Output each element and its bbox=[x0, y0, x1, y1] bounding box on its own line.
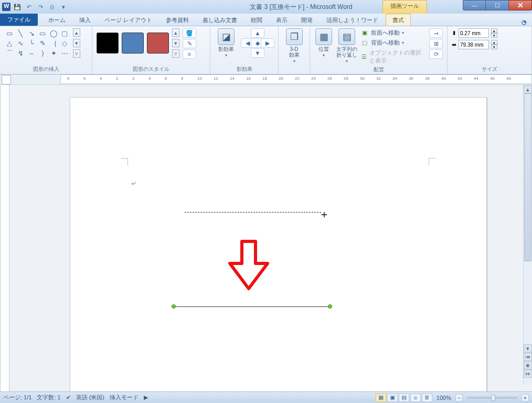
rotate-button[interactable]: ⟳ bbox=[429, 49, 443, 59]
tab-format[interactable]: 書式 bbox=[386, 14, 411, 26]
shadow-effects-button[interactable]: ◪ 影効果 ▾ bbox=[215, 28, 238, 58]
view-outline-icon[interactable]: ≡ bbox=[410, 394, 421, 402]
shape-arc-icon[interactable]: ⌢ bbox=[26, 48, 37, 58]
macro-icon[interactable]: ▶ bbox=[144, 394, 148, 401]
shape-gallery-scroll[interactable]: ▴ ▾ ▿ bbox=[73, 28, 80, 58]
tab-developer[interactable]: 開発 bbox=[295, 14, 319, 26]
gallery-expand-icon[interactable]: ▿ bbox=[172, 49, 179, 58]
selection-handle-icon[interactable] bbox=[172, 304, 176, 309]
vertical-scrollbar[interactable]: ▴ ▾ ⏮ ◉ ⏭ bbox=[523, 85, 532, 384]
page-indicator[interactable]: ページ: 1/1 bbox=[3, 394, 31, 401]
shape-triangle-icon[interactable]: △ bbox=[4, 38, 15, 48]
gallery-up-icon[interactable]: ▴ bbox=[172, 28, 179, 37]
position-button[interactable]: ▦ 位置 ▾ bbox=[314, 28, 333, 58]
shape-oval-icon[interactable]: ◯ bbox=[48, 28, 59, 38]
style-gallery-scroll[interactable]: ▴ ▾ ▿ bbox=[172, 28, 179, 58]
style-swatch-red[interactable] bbox=[147, 33, 169, 54]
spin-up-icon[interactable]: ▴ bbox=[491, 40, 497, 45]
zoom-in-button[interactable]: + bbox=[522, 394, 529, 401]
scroll-down-icon[interactable]: ▾ bbox=[524, 344, 532, 353]
tab-insert[interactable]: 挿入 bbox=[73, 14, 97, 26]
shape-freeform-icon[interactable]: ✎ bbox=[37, 38, 48, 48]
shape-line-icon[interactable]: ╲ bbox=[15, 28, 26, 38]
nudge-shadow-right-icon[interactable]: ▶ bbox=[261, 38, 274, 48]
shape-gallery[interactable]: ▭ ╲ ↘ ▭ ◯ ▢ △ ∿ └ ✎ ｛ ◇ ⌒ ↯ ⌢ ⟩ ✦ ⋯ bbox=[4, 28, 70, 58]
undo-icon[interactable]: ↶ bbox=[24, 2, 34, 12]
view-web-icon[interactable]: ▤ bbox=[399, 394, 409, 402]
shape-textbox-icon[interactable]: ▭ bbox=[4, 28, 15, 38]
scroll-track[interactable] bbox=[524, 93, 532, 344]
style-swatch-blue[interactable] bbox=[122, 33, 144, 54]
tab-mailings[interactable]: 差し込み文書 bbox=[196, 14, 243, 26]
tab-page-layout[interactable]: ページ レイアウト bbox=[98, 14, 158, 26]
zoom-slider[interactable] bbox=[467, 397, 517, 399]
shape-rounded-icon[interactable]: ▢ bbox=[59, 28, 70, 38]
wrap-text-button[interactable]: ▤ 文字列の 折り返し ▾ bbox=[336, 28, 357, 63]
align-button[interactable]: ⫤ bbox=[429, 28, 443, 38]
tab-selector[interactable] bbox=[2, 75, 11, 84]
shape-chevron-icon[interactable]: ⟩ bbox=[37, 48, 48, 58]
prev-page-icon[interactable]: ⏮ bbox=[524, 353, 532, 361]
word-count[interactable]: 文字数: 1 bbox=[37, 394, 60, 401]
gallery-expand-icon[interactable]: ▿ bbox=[73, 49, 80, 58]
language-indicator[interactable]: 英語 (米国) bbox=[76, 394, 104, 401]
close-button[interactable]: ✕ bbox=[509, 0, 532, 10]
send-backward-button[interactable]: ▢背面へ移動▾ bbox=[360, 38, 426, 47]
save-icon[interactable]: 💾 bbox=[13, 2, 22, 12]
print-preview-icon[interactable]: ⎙ bbox=[47, 2, 57, 12]
shape-more-icon[interactable]: ⋯ bbox=[59, 48, 70, 58]
scroll-thumb[interactable] bbox=[524, 93, 531, 261]
document-scroll-area[interactable]: ↵ ＋ bbox=[9, 85, 532, 394]
tab-references[interactable]: 参考資料 bbox=[159, 14, 195, 26]
qat-more-icon[interactable]: ▾ bbox=[59, 2, 68, 12]
vertical-ruler[interactable] bbox=[0, 85, 9, 394]
horizontal-ruler[interactable]: 8642246810121416182022242628303234363840… bbox=[60, 75, 532, 84]
maximize-button[interactable]: ☐ bbox=[486, 0, 509, 10]
browse-object-icon[interactable]: ◉ bbox=[524, 361, 532, 369]
proofing-icon[interactable]: ✔ bbox=[66, 394, 71, 401]
view-draft-icon[interactable]: ≣ bbox=[422, 394, 432, 402]
minimize-button[interactable]: — bbox=[463, 0, 486, 10]
tab-addin[interactable]: 活用しよう！ワード bbox=[320, 14, 385, 26]
spin-down-icon[interactable]: ▾ bbox=[491, 33, 497, 38]
gallery-up-icon[interactable]: ▴ bbox=[73, 28, 80, 37]
view-fullscreen-icon[interactable]: ▣ bbox=[387, 394, 398, 402]
insert-mode[interactable]: 挿入モード bbox=[110, 394, 139, 401]
next-page-icon[interactable]: ⏭ bbox=[524, 369, 532, 378]
shape-brace-icon[interactable]: ｛ bbox=[48, 38, 59, 48]
style-swatch-black[interactable] bbox=[97, 33, 119, 54]
group-button[interactable]: ⊞ bbox=[429, 39, 443, 48]
shape-arrow-icon[interactable]: ↘ bbox=[26, 28, 37, 38]
selection-handle-icon[interactable] bbox=[328, 304, 332, 309]
zoom-label[interactable]: 100% bbox=[437, 395, 451, 401]
scroll-up-icon[interactable]: ▴ bbox=[524, 85, 532, 93]
gallery-down-icon[interactable]: ▾ bbox=[172, 39, 179, 47]
tab-view[interactable]: 表示 bbox=[270, 14, 294, 26]
help-icon[interactable]: ◔ bbox=[522, 19, 527, 26]
zoom-thumb[interactable] bbox=[491, 395, 495, 401]
shape-rect-icon[interactable]: ▭ bbox=[37, 28, 48, 38]
shape-curve-icon[interactable]: ∿ bbox=[15, 38, 26, 48]
document-page[interactable]: ↵ ＋ bbox=[70, 97, 487, 394]
bring-forward-button[interactable]: ▣前面へ移動▾ bbox=[360, 28, 426, 37]
shape-width-input[interactable] bbox=[459, 40, 489, 49]
shape-star-icon[interactable]: ↯ bbox=[15, 48, 26, 58]
spin-up-icon[interactable]: ▴ bbox=[491, 28, 497, 33]
zoom-out-button[interactable]: − bbox=[455, 394, 463, 401]
shape-polyline-icon[interactable]: ⌒ bbox=[4, 48, 15, 58]
redo-icon[interactable]: ↷ bbox=[36, 2, 45, 12]
shape-fill-button[interactable]: 🪣 bbox=[183, 28, 196, 38]
selected-line-shape[interactable] bbox=[174, 306, 329, 307]
3d-effects-button[interactable]: ❐ 3-D 効果 ▾ bbox=[283, 28, 305, 63]
shape-connector-icon[interactable]: └ bbox=[26, 38, 37, 48]
style-gallery[interactable]: ▴ ▾ ▿ bbox=[97, 28, 179, 58]
tab-file[interactable]: ファイル bbox=[0, 14, 38, 26]
spin-down-icon[interactable]: ▾ bbox=[491, 45, 497, 49]
gallery-down-icon[interactable]: ▾ bbox=[73, 39, 80, 47]
shape-height-input[interactable] bbox=[459, 28, 489, 38]
tab-home[interactable]: ホーム bbox=[42, 14, 72, 26]
shape-effects-button[interactable]: ≡ bbox=[183, 49, 196, 59]
tab-review[interactable]: 校閲 bbox=[244, 14, 269, 26]
shape-callout-icon[interactable]: ◇ bbox=[59, 38, 70, 48]
view-print-layout-icon[interactable]: ▦ bbox=[376, 394, 386, 402]
